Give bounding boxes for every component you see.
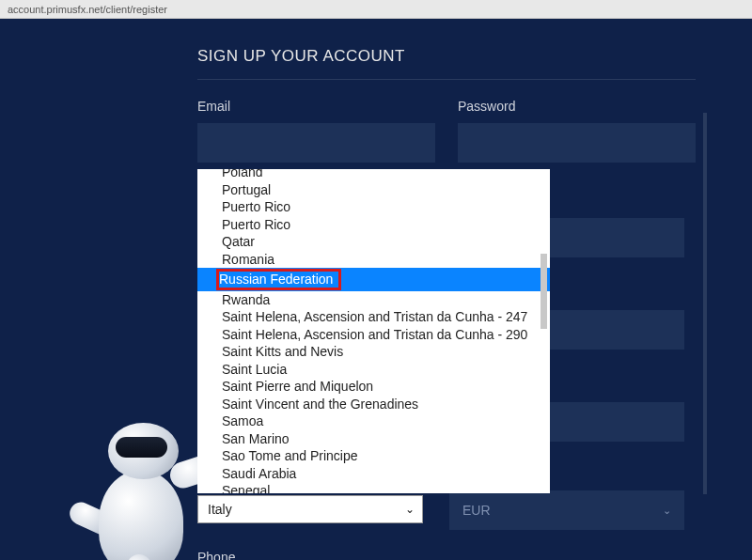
- dropdown-option[interactable]: Poland: [197, 169, 550, 181]
- browser-url-bar: account.primusfx.net/client/register: [0, 0, 752, 19]
- highlight-annotation: Russian Federation: [216, 269, 341, 290]
- dropdown-option[interactable]: Senegal: [197, 482, 550, 493]
- dropdown-option[interactable]: Saint Pierre and Miquelon: [197, 378, 550, 396]
- dropdown-option[interactable]: Saint Helena, Ascension and Tristan da C…: [197, 308, 550, 326]
- dropdown-option[interactable]: Russian Federation: [197, 268, 550, 291]
- dropdown-option[interactable]: San Marino: [197, 430, 550, 448]
- dropdown-option[interactable]: Puerto Rico: [197, 198, 550, 216]
- url-text: account.primusfx.net/client/register: [8, 4, 167, 15]
- country-select-value: Italy: [208, 502, 232, 517]
- currency-select-value: EUR: [462, 503, 491, 518]
- dropdown-option[interactable]: Rwanda: [197, 291, 550, 309]
- page-title: SIGN UP YOUR ACCOUNT: [197, 47, 696, 80]
- currency-select[interactable]: EUR ⌄: [449, 490, 684, 530]
- password-input[interactable]: [458, 123, 696, 163]
- dropdown-scrollbar-thumb[interactable]: [540, 254, 547, 329]
- signup-form: SIGN UP YOUR ACCOUNT Email Password: [197, 47, 696, 163]
- password-label: Password: [458, 99, 696, 114]
- chevron-down-icon: ⌄: [663, 505, 671, 517]
- dropdown-option[interactable]: Saudi Arabia: [197, 465, 550, 483]
- email-input[interactable]: [197, 123, 435, 163]
- dropdown-option[interactable]: Saint Lucia: [197, 361, 550, 379]
- dropdown-option[interactable]: Saint Helena, Ascension and Tristan da C…: [197, 326, 550, 344]
- chevron-down-icon: ⌄: [405, 503, 422, 516]
- country-select[interactable]: Italy ⌄: [197, 495, 423, 523]
- page-scrollbar[interactable]: [703, 113, 707, 494]
- dropdown-option[interactable]: Saint Kitts and Nevis: [197, 343, 550, 361]
- dropdown-option[interactable]: Samoa: [197, 412, 550, 430]
- dropdown-option[interactable]: Qatar: [197, 233, 550, 251]
- email-label: Email: [197, 99, 435, 114]
- phone-label: Phone: [197, 550, 235, 560]
- dropdown-option[interactable]: Romania: [197, 251, 550, 269]
- dropdown-option[interactable]: Puerto Rico: [197, 216, 550, 234]
- page-background: SIGN UP YOUR ACCOUNT Email Password Pola…: [0, 19, 752, 560]
- dropdown-option[interactable]: Saint Vincent and the Grenadines: [197, 396, 550, 413]
- dropdown-option[interactable]: Sao Tome and Principe: [197, 447, 550, 465]
- country-dropdown-list[interactable]: PolandPortugalPuerto RicoPuerto RicoQata…: [197, 169, 550, 493]
- dropdown-option[interactable]: Portugal: [197, 181, 550, 199]
